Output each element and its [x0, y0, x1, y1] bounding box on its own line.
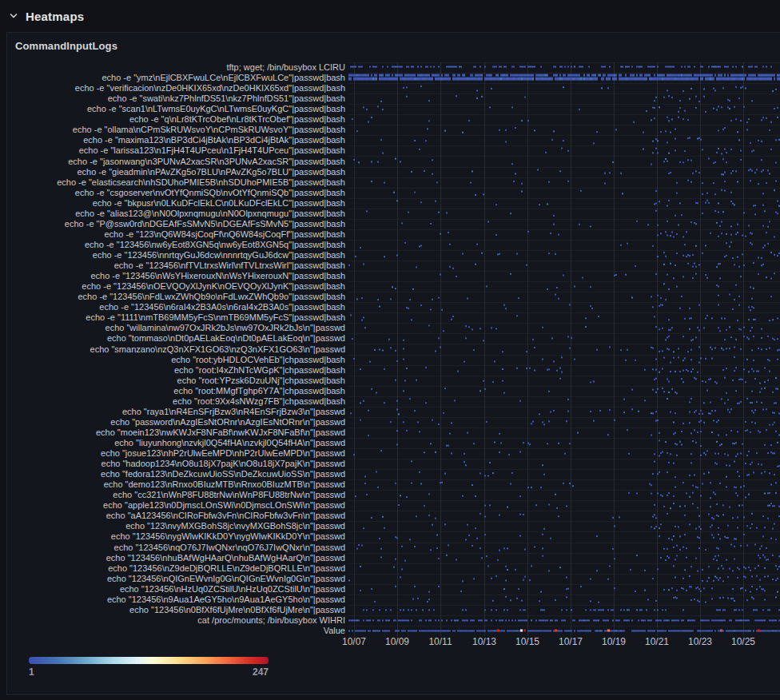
- y-axis-label: echo "raya1\nR4EnSFrjBzw3\nR4EnSFrjBzw3\…: [0, 407, 345, 417]
- y-axis-label: echo -e "scan1\nLTwmsE0uyKgC\nLTwmsE0uyK…: [0, 104, 345, 114]
- y-axis-label: echo -e "123456\nw6yEot8XGN5q\nw6yEot8XG…: [0, 240, 345, 250]
- y-axis-label: echo -e "elasticsearch\nhSDUhoPMIE5B\nhS…: [0, 177, 345, 188]
- chevron-down-icon[interactable]: [8, 10, 19, 22]
- y-axis-label: echo "tommaso\nDt0pAELakEoq\nDt0pAELakEo…: [0, 333, 345, 344]
- x-axis-tick-label: 10/19: [602, 636, 626, 647]
- y-axis-label: echo "123\nvyMXGBohS8jc\nvyMXGBohS8jc\n"…: [0, 521, 345, 531]
- y-axis-label: echo -e "1111\nmTB69MM5yFcS\nmTB69MM5yFc…: [0, 312, 345, 323]
- y-axis-label: echo "root:MMgfTghp6Y7A"|chpasswd|bash: [0, 386, 345, 396]
- y-axis-label: echo -e "alias123@\nN0Olpxnqmugu\nN0Olpx…: [0, 209, 345, 219]
- panel-title[interactable]: CommandInputLogs: [15, 40, 117, 52]
- y-axis-label: echo -e "P@ssw0rd\nDGEAfFsSMvN5\nDGEAfFs…: [0, 219, 345, 229]
- row-title[interactable]: Heatmaps: [26, 10, 84, 23]
- y-axis-label: echo "root:9Xx4sNWzg7FB"|chpasswd|bash: [0, 396, 345, 407]
- y-axis-label: echo "hadoop1234\nO8u18jX7pajK\nO8u18jX7…: [0, 459, 345, 469]
- y-axis-label: echo -e "ollama\nCPmSkRUWsvoY\nCPmSkRUWs…: [0, 125, 345, 135]
- y-axis-label: echo -e "swati\nkz7PhlnfDS51\nkz7PhlnfDS…: [0, 93, 345, 104]
- y-axis-label: echo "123456\nZ9deDjBQRLLE\nZ9deDjBQRLLE…: [0, 563, 345, 574]
- y-axis-label: echo "root:I4xZhNTcWGpK"|chpasswd|bash: [0, 365, 345, 376]
- y-axis-label: echo -e "123456\nfTVLtrxsWirl\nfTVLtrxsW…: [0, 261, 345, 271]
- y-axis-label: echo "123456\nQIGnEWvnIg0G\nQIGnEWvnIg0G…: [0, 574, 345, 584]
- y-axis-label: echo "123456\nHzUq0ZCStilU\nHzUq0ZCStilU…: [0, 584, 345, 595]
- x-axis-tick-label: 10/23: [688, 636, 712, 647]
- y-axis-label: echo "liuyunhong\nzvkjl0Q54fHA\nzvkjl0Q5…: [0, 438, 345, 448]
- y-axis-label: echo -e "123456\n6raI4x2B3A0s\n6raI4x2B3…: [0, 302, 345, 312]
- dashboard-row-header[interactable]: Heatmaps: [0, 0, 780, 32]
- y-axis-label: echo -e "csgoserver\nvOtYfQnmiSQb\nvOtYf…: [0, 188, 345, 198]
- y-axis-label: echo "apple123\n0DjmscLOnSWi\n0DjmscLOnS…: [0, 500, 345, 511]
- y-axis-label: echo "cc321\nWnP8FU88trNw\nWnP8FU88trNw\…: [0, 490, 345, 500]
- y-axis-label: echo "moein123\nwKWJxF8NFaBf\nwKWJxF8NFa…: [0, 428, 345, 438]
- y-axis-label: echo -e "maxima123\nBP3dCi4jBtAk\nBP3dCi…: [0, 135, 345, 145]
- x-axis-tick-label: 10/13: [472, 636, 496, 647]
- y-axis-label: echo "root:ybHDLOCVehEb"|chpasswd|bash: [0, 355, 345, 365]
- y-axis-label: echo -e "q\nLr8tKTrcObef\nLr8tKTrcObef"|…: [0, 114, 345, 125]
- y-axis-label: echo -e "ymz\nEjlCBXFwuLCe\nEjlCBXFwuLCe…: [0, 73, 345, 83]
- color-scale-legend: 1 247: [29, 657, 269, 678]
- y-axis-label: echo "123456\nqO76J7IwQNxr\nqO76J7IwQNxr…: [0, 543, 345, 553]
- y-axis-label: echo -e "123456\nnrtqyGuJ6dcw\nnnrtqyGuJ…: [0, 250, 345, 261]
- y-axis-label: echo "root:YPzsk6DzuUNj"|chpasswd|bash: [0, 376, 345, 386]
- y-axis-label: cat /proc/mounts; /bin/busybox WIHRI: [0, 615, 345, 626]
- y-axis-label: echo -e "123456\nFdLwxZWhQb9o\nFdLwxZWhQ…: [0, 292, 345, 302]
- y-axis-label: tftp; wget; /bin/busybox LCIRU: [0, 62, 345, 73]
- legend-min: 1: [29, 666, 34, 678]
- legend-max: 247: [253, 666, 269, 678]
- y-axis-label: echo "fedora123\nDeZkcuwUioSS\nDeZkcuwUi…: [0, 469, 345, 479]
- y-axis-label: echo "willamina\nw97OxJRk2bJs\nw97OxJRk2…: [0, 323, 345, 333]
- y-axis-label: echo -e "bkpusr\n0LKuDFclEkLC\n0LKuDFclE…: [0, 198, 345, 209]
- y-axis-label: echo "josue123\nhP2rUlwEeMPD\nhP2rUlwEeM…: [0, 448, 345, 459]
- y-axis-label: echo -e "gieadmin\nPAvZKg5o7BLU\nPAvZKg5…: [0, 167, 345, 177]
- y-axis-label: echo "aA123456\nCIRoFbfw3vFn\nCIRoFbfw3v…: [0, 511, 345, 521]
- y-axis-label: echo "123456\n9Aua1AeGY5ho\n9Aua1AeGY5ho…: [0, 595, 345, 605]
- x-axis-labels: 10/0710/0910/1110/1310/1510/1710/1910/21…: [348, 636, 780, 649]
- y-axis-label: echo "smanzano\nzQ3nXFX1GO63\nzQ3nXFX1GO…: [0, 344, 345, 354]
- y-axis-label: echo -e "123\nQ6W84sjCoqFf\nQ6W84sjCoqFf…: [0, 229, 345, 240]
- y-axis-label: echo "password\nAzgIEsNtORnr\nAzgIEsNtOR…: [0, 417, 345, 428]
- x-axis-tick-label: 10/25: [731, 636, 755, 647]
- x-axis-tick-label: 10/11: [428, 636, 452, 647]
- x-axis-tick-label: 10/07: [342, 636, 366, 647]
- y-axis-label: echo "123456\nhuBAfWgHAarQ\nhuBAfWgHAarQ…: [0, 553, 345, 563]
- y-axis-label: echo "demo123\nRnxo0BIuzMTB\nRnxo0BIuzMT…: [0, 479, 345, 490]
- y-axis-labels: tftp; wget; /bin/busybox LCIRUecho -e "y…: [0, 62, 345, 636]
- y-axis-label: echo "123456\n0BfXf6fUjMre\n0BfXf6fUjMre…: [0, 605, 345, 615]
- x-axis-tick-label: 10/17: [559, 636, 583, 647]
- y-axis-label: echo "123456\nygWlwKIKkD0Y\nygWlwKIKkD0Y…: [0, 531, 345, 542]
- y-axis-label: echo -e "verificacion\nzDe0HKIX65xd\nzDe…: [0, 83, 345, 93]
- x-axis-tick-label: 10/15: [515, 636, 539, 647]
- legend-gradient-bar: [29, 657, 269, 664]
- y-axis-label: echo -e "jasonwang\n3PUNvA2xacSR\n3PUNvA…: [0, 156, 345, 166]
- y-axis-label: echo -e "123456\nOEVQOyXlJynK\nOEVQOyXlJ…: [0, 281, 345, 292]
- y-axis-label: echo -e "123456\nWsYHixerouxN\nWsYHixero…: [0, 271, 345, 281]
- x-axis-tick-label: 10/09: [385, 636, 409, 647]
- heatmap-canvas[interactable]: [348, 62, 780, 636]
- y-axis-label: Value: [0, 626, 345, 636]
- y-axis-label: echo -e "larissa123\n1FjH4T4UPceu\n1FjH4…: [0, 145, 345, 156]
- x-axis-tick-label: 10/21: [645, 636, 669, 647]
